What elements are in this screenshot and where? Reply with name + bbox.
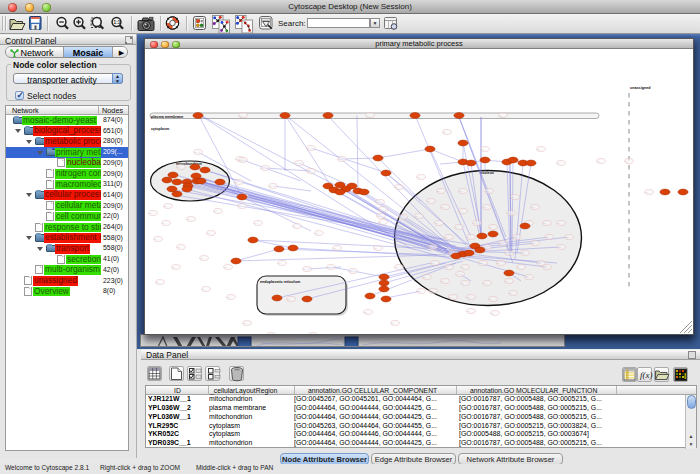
svg-text:...: ... [417,175,420,179]
svg-text:...: ... [154,237,157,241]
svg-text:...: ... [537,147,540,151]
svg-text:...: ... [467,235,470,239]
svg-text:...: ... [431,261,434,265]
svg-text:...: ... [307,146,310,150]
svg-text:...: ... [557,221,560,225]
svg-text:...: ... [303,267,306,271]
svg-text:f(x): f(x) [640,370,653,380]
svg-text:...: ... [395,265,398,269]
svg-text:...: ... [149,211,152,215]
svg-text:...: ... [333,246,336,250]
svg-text:...: ... [200,256,203,260]
svg-text:...: ... [172,265,175,269]
svg-text:...: ... [497,261,500,265]
svg-text:...: ... [374,246,377,250]
svg-text:unassigned: unassigned [630,86,651,90]
svg-text:...: ... [479,261,482,265]
svg-text:...: ... [445,235,448,239]
svg-text:...: ... [489,225,492,229]
svg-text:...: ... [224,265,227,269]
svg-text:...: ... [456,272,459,276]
svg-text:...: ... [238,204,241,208]
svg-text:...: ... [315,231,318,235]
svg-text:...: ... [162,221,165,225]
svg-text:...: ... [379,207,382,211]
svg-text:...: ... [531,241,534,245]
svg-text:...: ... [461,265,464,269]
svg-text:...: ... [525,275,528,279]
svg-text:...: ... [391,321,394,325]
svg-text:...: ... [473,221,476,225]
svg-text:plasma membrane: plasma membrane [151,115,183,119]
svg-text:...: ... [445,265,448,269]
svg-text:...: ... [467,295,470,299]
svg-text:...: ... [449,295,452,299]
svg-text:...: ... [307,169,310,173]
svg-text:...: ... [278,261,281,265]
svg-text:...: ... [239,114,242,118]
svg-text:...: ... [177,165,180,169]
svg-text:...: ... [625,159,628,163]
svg-text:...: ... [429,289,432,293]
svg-text:...: ... [377,214,380,218]
svg-text:...: ... [293,224,296,228]
svg-text:...: ... [517,265,520,269]
svg-text:...: ... [489,297,492,301]
svg-text:...: ... [417,289,420,293]
svg-text:...: ... [429,245,432,249]
svg-text:1:1: 1:1 [114,20,121,25]
svg-text:...: ... [443,130,446,134]
svg-text:...: ... [531,205,534,209]
svg-text:...: ... [254,221,257,225]
svg-text:...: ... [395,185,398,189]
svg-text:...: ... [537,261,540,265]
svg-text:...: ... [565,235,568,239]
svg-text:...: ... [399,215,402,219]
svg-text:...: ... [557,245,560,249]
svg-text:...: ... [267,333,270,334]
svg-text:...: ... [459,189,462,193]
svg-text:...: ... [235,180,238,184]
svg-text:...: ... [366,114,369,118]
svg-text:...: ... [483,205,486,209]
svg-text:...: ... [441,205,444,209]
svg-text:...: ... [459,209,462,213]
svg-text:...: ... [499,241,502,245]
svg-text:...: ... [156,280,159,284]
svg-text:...: ... [207,231,210,235]
svg-text:...: ... [597,159,600,163]
svg-text:...: ... [513,235,516,239]
svg-text:...: ... [483,281,486,285]
svg-text:...: ... [376,200,379,204]
svg-text:...: ... [269,184,272,188]
svg-text:...: ... [164,204,167,208]
svg-text:...: ... [435,221,438,225]
svg-text:...: ... [461,281,464,285]
svg-text:...: ... [507,211,510,215]
svg-text:...: ... [379,220,382,224]
svg-text:...: ... [327,265,330,269]
svg-text:...: ... [521,251,524,255]
svg-text:...: ... [227,295,230,299]
svg-text:...: ... [499,114,502,118]
svg-text:...: ... [295,161,298,165]
svg-text:...: ... [545,235,548,239]
svg-text:...: ... [214,209,217,213]
svg-text:...: ... [338,157,341,161]
svg-text:cytoplasm: cytoplasm [151,127,170,131]
svg-text:...: ... [557,161,560,165]
svg-text:endoplasmic reticulum: endoplasmic reticulum [260,280,301,284]
svg-text:...: ... [194,150,197,154]
svg-text:...: ... [441,279,444,283]
svg-text:...: ... [187,217,190,221]
svg-text:...: ... [349,269,352,273]
svg-text:...: ... [427,199,430,203]
svg-text:...: ... [437,189,440,193]
svg-text:...: ... [455,225,458,229]
svg-text:...: ... [645,190,648,194]
svg-text:...: ... [423,275,426,279]
svg-text:...: ... [511,195,514,199]
svg-text:...: ... [261,166,264,170]
svg-text:...: ... [239,158,242,162]
svg-text:...: ... [364,310,367,314]
